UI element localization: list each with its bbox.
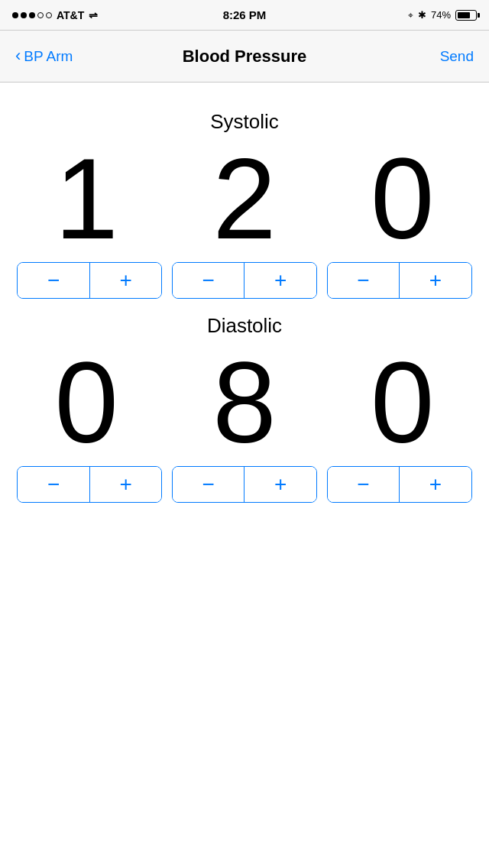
systolic-stepper-3: − +: [327, 262, 472, 299]
battery-fill: [458, 12, 470, 18]
nav-bar: ‹ BP Arm Blood Pressure Send: [0, 31, 489, 83]
d-plus-icon-3: +: [429, 474, 442, 495]
back-label: BP Arm: [24, 48, 73, 65]
diastolic-plus-3[interactable]: +: [400, 467, 471, 502]
status-bar: AT&T ⇌ 8:26 PM ⌖ ✱ 74%: [0, 0, 489, 31]
minus-icon-3: −: [357, 270, 369, 291]
back-button[interactable]: ‹ BP Arm: [15, 48, 73, 65]
systolic-digit-1: 1: [14, 141, 159, 256]
systolic-minus-3[interactable]: −: [328, 263, 400, 298]
send-button[interactable]: Send: [440, 48, 474, 65]
diastolic-minus-2[interactable]: −: [173, 467, 245, 502]
systolic-stepper-2: − +: [172, 262, 317, 299]
battery-percent: 74%: [431, 9, 451, 21]
status-time: 8:26 PM: [223, 8, 267, 21]
signal-dot-2: [21, 12, 27, 18]
diastolic-plus-1[interactable]: +: [90, 467, 162, 502]
location-icon: ⌖: [408, 10, 413, 21]
page-title: Blood Pressure: [183, 47, 307, 66]
minus-icon: −: [47, 270, 60, 291]
diastolic-plus-2[interactable]: +: [244, 467, 316, 502]
systolic-digits-row: 1 2 0: [0, 141, 489, 256]
signal-dot-3: [29, 12, 35, 18]
battery-container: [455, 10, 477, 21]
systolic-digit-3: 0: [330, 141, 475, 256]
signal-dot-5: [46, 12, 52, 18]
d-minus-icon-2: −: [202, 474, 215, 495]
bluetooth-icon: ✱: [418, 9, 426, 21]
signal-dots: [12, 12, 52, 18]
status-right: ⌖ ✱ 74%: [408, 9, 477, 21]
d-minus-icon-1: −: [47, 474, 60, 495]
d-minus-icon-3: −: [357, 474, 369, 495]
diastolic-stepper-1: − +: [17, 466, 162, 503]
back-chevron-icon: ‹: [15, 47, 21, 64]
diastolic-stepper-3: − +: [327, 466, 472, 503]
systolic-controls-row: − + − + − +: [0, 262, 489, 299]
diastolic-minus-3[interactable]: −: [328, 467, 400, 502]
minus-icon-2: −: [202, 270, 215, 291]
signal-dot-1: [12, 12, 18, 18]
diastolic-digit-3: 0: [330, 345, 475, 460]
systolic-plus-1[interactable]: +: [90, 263, 162, 298]
d-plus-icon-2: +: [274, 474, 287, 495]
plus-icon-3: +: [429, 270, 442, 291]
diastolic-digits-row: 0 8 0: [0, 345, 489, 460]
diastolic-stepper-2: − +: [172, 466, 317, 503]
carrier-label: AT&T: [57, 9, 84, 21]
systolic-label: Systolic: [0, 110, 489, 134]
systolic-digit-2: 2: [172, 141, 317, 256]
status-left: AT&T ⇌: [12, 9, 98, 21]
systolic-minus-2[interactable]: −: [173, 263, 245, 298]
diastolic-digit-1: 0: [14, 345, 159, 460]
systolic-minus-1[interactable]: −: [18, 263, 90, 298]
systolic-section: Systolic 1 2 0 − + − +: [0, 110, 489, 299]
plus-icon: +: [119, 270, 131, 291]
diastolic-controls-row: − + − + − +: [0, 466, 489, 503]
main-content: Systolic 1 2 0 − + − +: [0, 83, 489, 533]
diastolic-label: Diastolic: [0, 314, 489, 338]
wifi-icon: ⇌: [89, 9, 98, 21]
plus-icon-2: +: [274, 270, 287, 291]
d-plus-icon-1: +: [119, 474, 131, 495]
battery-icon: [455, 10, 477, 21]
signal-dot-4: [37, 12, 44, 18]
systolic-plus-3[interactable]: +: [400, 263, 471, 298]
systolic-plus-2[interactable]: +: [244, 263, 316, 298]
diastolic-minus-1[interactable]: −: [18, 467, 90, 502]
diastolic-section: Diastolic 0 8 0 − + − +: [0, 314, 489, 503]
diastolic-digit-2: 8: [172, 345, 317, 460]
systolic-stepper-1: − +: [17, 262, 162, 299]
